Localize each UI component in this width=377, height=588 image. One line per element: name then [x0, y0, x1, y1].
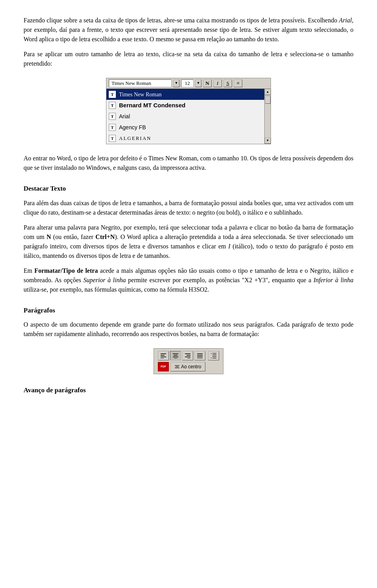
paragraph-4: Para além das duas caixas de tipos de le… — [24, 198, 353, 217]
ao-centro-button[interactable]: Ao centro — [170, 362, 205, 371]
paragraph-7: O aspecto de um documento depende em gra… — [24, 320, 353, 339]
italic-button[interactable]: I — [213, 79, 222, 87]
font-name-bernard: Bernard MT Condensed — [119, 101, 185, 110]
heading-destacar-texto-label: Destacar Texto — [24, 185, 66, 192]
align-buttons-row — [158, 351, 219, 360]
align-button[interactable]: ≡ — [234, 79, 242, 87]
align-justify-icon — [197, 353, 203, 358]
superior-linha-label: Superior à linha — [83, 277, 126, 283]
font-name-dropdown-arrow[interactable]: ▼ — [173, 79, 179, 87]
font-size-box[interactable]: 12 — [181, 79, 194, 87]
align-center-icon — [173, 353, 178, 358]
heading-avanco-paragrafos-label: Avanço de parágrafos — [24, 386, 86, 394]
font-dropdown-container: Times New Roman ▼ 12 ▼ N I S ≡ T Times — [24, 78, 353, 144]
scrollbar-up-button[interactable]: ▲ — [265, 89, 271, 95]
ctrl-n: Ctrl+N — [95, 233, 115, 240]
heading-destacar-texto: Destacar Texto — [24, 184, 353, 194]
font-dropdown-widget[interactable]: Times New Roman ▼ 12 ▼ N I S ≡ T Times — [106, 78, 271, 144]
bold-n: N — [47, 233, 51, 240]
paragraph-3: Ao entrar no Word, o tipo de letra por d… — [24, 154, 353, 173]
align-toolbar-widget: PDF Ao centro — [154, 348, 223, 374]
font-name-arial: Arial — [119, 112, 130, 121]
scrollbar-down-button[interactable]: ▼ — [265, 138, 271, 144]
paragraph-5: Para alterar uma palavra para Negrito, p… — [24, 223, 353, 261]
font-icon-arial: T — [109, 113, 116, 120]
line-spacing-icon — [211, 353, 216, 358]
font-name-box[interactable]: Times New Roman — [109, 79, 172, 87]
font-list-item-arial[interactable]: T Arial — [106, 111, 264, 122]
second-toolbar-row: PDF Ao centro — [158, 362, 219, 371]
underline-button[interactable]: S — [223, 79, 232, 87]
italic-i: I — [228, 243, 230, 250]
font-list-wrapper: T Times New Roman T Bernard MT Condensed… — [106, 89, 271, 144]
font-icon-agency: T — [109, 124, 116, 131]
font-size-dropdown-arrow[interactable]: ▼ — [195, 79, 201, 87]
font-name-algerian: Algerian — [119, 134, 151, 142]
align-center-button[interactable] — [170, 351, 181, 360]
heading-paragrafos-label: Parágrafos — [24, 307, 55, 314]
line-spacing-button[interactable] — [208, 351, 219, 360]
font-toolbar: Times New Roman ▼ 12 ▼ N I S ≡ — [106, 78, 271, 89]
font-name-value: Times New Roman — [112, 79, 151, 87]
font-list: T Times New Roman T Bernard MT Condensed… — [106, 89, 264, 144]
font-icon-times: T — [109, 91, 116, 98]
formatar-tipo-label: Formatar/Tipo de letra — [35, 267, 98, 274]
align-left-button[interactable] — [158, 351, 169, 360]
align-justify-button[interactable] — [194, 351, 205, 360]
main-content: Fazendo clique sobre a seta da caixa de … — [24, 16, 353, 395]
align-left-icon — [161, 353, 166, 358]
font-icon-algerian: T — [109, 135, 116, 142]
paragraph-2: Para se aplicar um outro tamanho de letr… — [24, 50, 353, 68]
font-icon-bernard: T — [109, 102, 116, 109]
inferior-linha-label: Inferior à linha — [313, 277, 353, 283]
align-right-icon — [185, 353, 190, 358]
font-list-item-bernard[interactable]: T Bernard MT Condensed — [106, 100, 264, 111]
ao-centro-icon — [175, 365, 179, 369]
paragraph-6: Em Formatar/Tipo de letra acede a mais a… — [24, 266, 353, 294]
font-list-scrollbar[interactable]: ▲ ▼ — [264, 89, 271, 144]
font-name-times: Times New Roman — [119, 90, 161, 99]
font-list-item-times[interactable]: T Times New Roman — [106, 89, 264, 100]
align-right-button[interactable] — [182, 351, 193, 360]
font-name-agency: Agency FB — [119, 123, 146, 132]
paragraph-1: Fazendo clique sobre a seta da caixa de … — [24, 16, 353, 44]
pdf-icon[interactable]: PDF — [158, 362, 169, 371]
heading-avanco-paragrafos: Avanço de parágrafos — [24, 385, 353, 395]
font-list-item-agency[interactable]: T Agency FB — [106, 122, 264, 133]
bold-button[interactable]: N — [203, 79, 212, 87]
scrollbar-thumb[interactable] — [265, 96, 271, 104]
font-list-item-algerian[interactable]: T Algerian — [106, 133, 264, 144]
ao-centro-label: Ao centro — [181, 363, 201, 370]
heading-paragrafos: Parágrafos — [24, 305, 353, 316]
align-toolbar-container: PDF Ao centro — [24, 348, 353, 374]
font-size-value: 12 — [185, 79, 190, 87]
